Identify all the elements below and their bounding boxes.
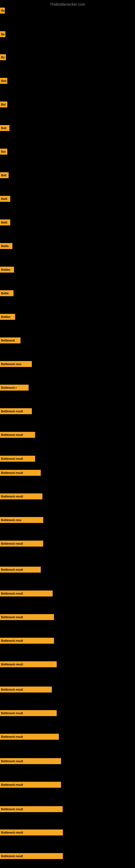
bar-row-16: Bottleneck r [0, 384, 29, 391]
bar-fill-6: Bot [0, 149, 7, 155]
bar-label-31: Bottleneck result [1, 735, 24, 738]
bar-label-12: Bottle [1, 292, 9, 295]
bar-row-34: Bottleneck result [0, 806, 63, 812]
bar-fill-29: Bottleneck result [0, 686, 52, 692]
bar-fill-19: Bottleneck result [0, 456, 35, 462]
bar-fill-34: Bottleneck result [0, 806, 63, 812]
bar-label-25: Bottleneck result [1, 592, 24, 595]
bar-label-7: Bott [1, 174, 7, 177]
bar-label-17: Bottleneck result [1, 410, 24, 413]
bar-fill-21: Bottleneck result [0, 493, 42, 499]
bar-row-36: Bottleneck result [0, 853, 63, 859]
bar-label-24: Bottleneck result [1, 568, 24, 571]
bar-row-23: Bottleneck result [0, 540, 43, 547]
bar-fill-36: Bottleneck result [0, 853, 63, 859]
bar-row-3: Bott [0, 78, 7, 84]
bar-label-21: Bottleneck result [1, 495, 24, 498]
bar-fill-11: Bottlen [0, 267, 14, 273]
bar-fill-25: Bottleneck result [0, 590, 53, 596]
bar-label-5: Bott [1, 127, 7, 130]
bar-label-2: Bo [1, 56, 5, 59]
bar-fill-8: Bottl [0, 196, 10, 202]
bar-row-12: Bottle [0, 290, 13, 296]
bar-fill-23: Bottleneck result [0, 540, 43, 547]
bar-row-10: Bottle [0, 243, 12, 249]
bar-label-3: Bott [1, 80, 7, 83]
bar-row-6: Bot [0, 149, 7, 155]
bar-label-23: Bottleneck result [1, 542, 24, 545]
bar-row-13: Bottlen [0, 314, 15, 320]
bar-fill-9: Bottl [0, 219, 10, 225]
bar-row-28: Bottleneck result [0, 661, 57, 667]
bar-fill-3: Bott [0, 78, 7, 84]
bar-label-8: Bottl [1, 197, 8, 200]
bar-row-21: Bottleneck result [0, 493, 42, 499]
bar-row-11: Bottlen [0, 267, 14, 273]
bar-label-9: Bottl [1, 221, 8, 224]
bar-label-28: Bottleneck result [1, 663, 24, 666]
bar-label-32: Bottleneck result [1, 760, 24, 763]
bar-row-2: Bo [0, 54, 6, 60]
bar-row-19: Bottleneck result [0, 456, 35, 462]
bar-row-18: Bottleneck result [0, 432, 35, 438]
bar-fill-28: Bottleneck result [0, 661, 57, 667]
bar-label-18: Bottleneck result [1, 433, 24, 436]
bar-row-8: Bottl [0, 196, 10, 202]
bar-row-26: Bottleneck result [0, 614, 54, 620]
bar-label-1: Bo [1, 33, 5, 36]
bar-fill-26: Bottleneck result [0, 614, 54, 620]
bar-row-1: Bo [0, 31, 5, 37]
bar-fill-35: Bottleneck result [0, 830, 63, 835]
bar-fill-7: Bott [0, 172, 9, 178]
bar-fill-17: Bottleneck result [0, 408, 32, 414]
bar-label-22: Bottleneck resu [1, 519, 22, 522]
bar-fill-16: Bottleneck r [0, 384, 29, 391]
bar-fill-4: Bot [0, 101, 7, 107]
bar-fill-33: Bottleneck result [0, 782, 61, 788]
bar-row-25: Bottleneck result [0, 590, 53, 596]
bar-fill-5: Bott [0, 125, 9, 131]
site-title: TheBottlenecker.com [0, 0, 135, 8]
bar-label-6: Bot [1, 150, 6, 153]
bar-row-22: Bottleneck resu [0, 517, 43, 523]
bar-row-35: Bottleneck result [0, 830, 63, 835]
bar-label-16: Bottleneck r [1, 386, 17, 389]
bar-label-11: Bottlen [1, 268, 11, 271]
bar-fill-10: Bottle [0, 243, 12, 249]
bar-fill-20: Bottleneck result [0, 470, 41, 476]
bar-fill-13: Bottlen [0, 314, 15, 320]
bar-label-19: Bottleneck result [1, 457, 24, 460]
bar-fill-18: Bottleneck result [0, 432, 35, 438]
bar-label-29: Bottleneck result [1, 688, 24, 691]
bar-row-27: Bottleneck result [0, 638, 54, 644]
bar-row-15: Bottleneck resu [0, 361, 32, 367]
bar-label-0: Bo [1, 9, 5, 12]
bar-label-33: Bottleneck result [1, 783, 24, 786]
bar-label-4: Bot [1, 103, 6, 106]
bar-label-27: Bottleneck result [1, 639, 24, 642]
bar-row-29: Bottleneck result [0, 686, 52, 692]
bar-label-10: Bottle [1, 245, 9, 248]
bar-row-7: Bott [0, 172, 9, 178]
bar-fill-2: Bo [0, 54, 6, 60]
bar-fill-22: Bottleneck resu [0, 517, 43, 523]
bar-label-34: Bottleneck result [1, 808, 24, 811]
bar-fill-31: Bottleneck result [0, 734, 59, 740]
bar-fill-0: Bo [0, 8, 5, 13]
bar-row-32: Bottleneck result [0, 758, 61, 764]
bar-row-9: Bottl [0, 219, 10, 225]
bar-row-0: Bo [0, 8, 5, 13]
bar-row-14: Bottleneck [0, 337, 20, 343]
bar-row-31: Bottleneck result [0, 734, 59, 740]
bar-row-4: Bot [0, 101, 7, 107]
bar-label-13: Bottlen [1, 315, 11, 318]
bar-label-36: Bottleneck result [1, 855, 24, 858]
bar-fill-14: Bottleneck [0, 337, 20, 343]
bar-label-14: Bottleneck [1, 339, 15, 342]
bar-label-35: Bottleneck result [1, 831, 24, 834]
bar-fill-12: Bottle [0, 290, 13, 296]
bar-label-26: Bottleneck result [1, 616, 24, 619]
bar-row-24: Bottleneck result [0, 567, 41, 572]
bar-fill-15: Bottleneck resu [0, 361, 32, 367]
bar-row-17: Bottleneck result [0, 408, 32, 414]
